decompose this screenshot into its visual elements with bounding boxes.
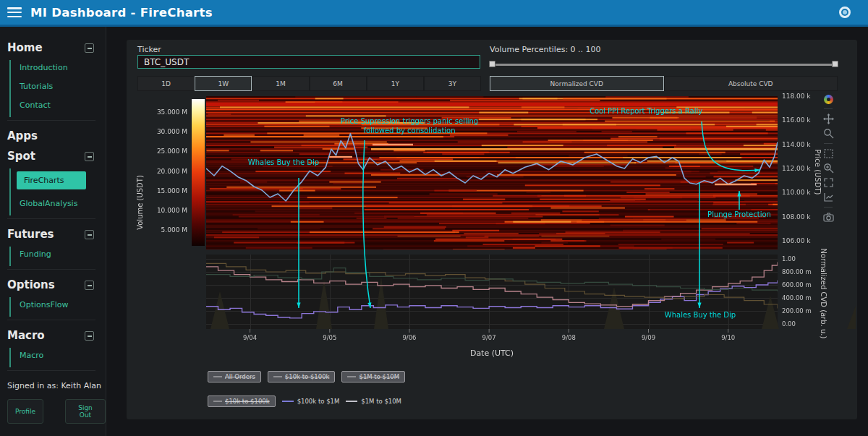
zoom-icon[interactable] <box>823 128 834 139</box>
slider-min-handle[interactable] <box>489 61 495 67</box>
legend-label: $100k to $1M <box>297 398 340 405</box>
legend-swatch-icon <box>346 401 357 402</box>
legend-label: All Orders <box>225 373 255 380</box>
reset-axes-icon[interactable] <box>823 192 834 202</box>
sidebar-item-optionsflow[interactable]: OptionsFlow <box>20 300 106 309</box>
plotly-modebar <box>820 95 836 223</box>
topbar: MI Dashboard - FireCharts <box>0 0 868 27</box>
cvd-mode-button-group: Normalized CVDAbsolute CVD <box>490 76 838 91</box>
sidebar-item-introduction[interactable]: Introduction <box>20 63 106 72</box>
ticker-label: Ticker <box>137 45 161 54</box>
sidebar-section-label: Apps <box>7 129 38 142</box>
timeframe-button-1d[interactable]: 1D <box>137 76 195 91</box>
legend-item--10k-to-100k[interactable]: $10k to $100k <box>208 396 276 407</box>
firecharts-plot[interactable] <box>132 93 856 367</box>
timeframe-button-group: 1D1W1M6M1Y3Y <box>137 76 481 91</box>
timeframe-button-1w[interactable]: 1W <box>195 76 252 91</box>
collapse-icon[interactable] <box>85 43 94 53</box>
collapse-icon[interactable] <box>85 281 94 290</box>
collapse-icon[interactable] <box>85 152 94 161</box>
slider-max-handle[interactable] <box>832 61 838 67</box>
sidebar-item-tutorials[interactable]: Tutorials <box>20 82 106 91</box>
legend-swatch-icon <box>213 401 222 402</box>
timeframe-button-1m[interactable]: 1M <box>252 76 309 91</box>
sidebar-item-funding[interactable]: Funding <box>20 249 106 259</box>
sidebar-section-label: Futures <box>7 228 54 241</box>
price-legend-row: All Orders$10k to $100k$1M to $10M <box>208 371 405 382</box>
legend-swatch-icon <box>213 376 222 377</box>
collapse-icon[interactable] <box>85 230 94 239</box>
sidebar-section-apps: Apps <box>7 129 106 142</box>
timeframe-button-3y[interactable]: 3Y <box>424 76 481 91</box>
box-select-icon[interactable] <box>823 148 834 159</box>
legend-label: $10k to $100k <box>285 373 330 380</box>
sidebar-section-label: Macro <box>7 329 45 342</box>
sidebar-item-contact[interactable]: Contact <box>20 101 106 110</box>
legend-swatch-icon <box>347 376 356 377</box>
main-panel: Ticker Volume Percentiles: 0 .. 100 1D1W… <box>127 40 857 419</box>
sidebar-divider <box>7 120 95 121</box>
app-root: MI Dashboard - FireCharts HomeIntroducti… <box>0 0 868 436</box>
sidebar-divider <box>7 370 95 371</box>
slider-track[interactable] <box>490 64 838 66</box>
legend-label: $1M to $10M <box>361 398 401 405</box>
legend-item--1m-to-10m[interactable]: $1M to $10M <box>341 371 405 382</box>
modebar-divider <box>824 143 833 144</box>
pan-icon[interactable] <box>823 114 834 124</box>
signed-in-text: Signed in as: Keith Alan <box>7 381 106 390</box>
autoscale-icon[interactable] <box>823 177 834 188</box>
sidebar-section-label: Home <box>7 41 43 54</box>
legend-item--10k-to-100k[interactable]: $10k to $100k <box>268 371 336 382</box>
timeframe-button-6m[interactable]: 6M <box>310 76 367 91</box>
sidebar-section-options[interactable]: Options <box>7 278 106 291</box>
sidebar-section-futures[interactable]: Futures <box>7 228 106 241</box>
legend-swatch-icon <box>273 376 282 377</box>
sidebar-item-macro[interactable]: Macro <box>20 351 106 360</box>
sidebar-section-spot[interactable]: Spot <box>7 150 106 163</box>
sidebar-divider <box>7 269 95 270</box>
legend-item-all-orders[interactable]: All Orders <box>208 371 261 382</box>
legend-item--100k-to-1m[interactable]: $100k to $1M <box>282 398 340 405</box>
modebar-divider <box>824 108 833 109</box>
sidebar-section-label: Spot <box>7 150 35 163</box>
modebar-divider <box>824 207 833 208</box>
legend-swatch-icon <box>282 401 294 402</box>
sidebar-item-firecharts[interactable]: FireCharts <box>17 171 86 189</box>
legend-item--1m-to-10m[interactable]: $1M to $10M <box>346 398 401 405</box>
timeframe-button-1y[interactable]: 1Y <box>367 76 424 91</box>
sidebar-section-label: Options <box>7 278 55 291</box>
hamburger-menu-icon[interactable] <box>7 7 22 17</box>
cvd-legend-row: $10k to $100k$100k to $1M$1M to $10M <box>208 396 401 407</box>
cvd-mode-button-normalized-cvd[interactable]: Normalized CVD <box>490 76 664 91</box>
volume-percentiles-label: Volume Percentiles: 0 .. 100 <box>490 45 601 54</box>
zoom-in-icon[interactable] <box>823 163 834 174</box>
camera-icon[interactable] <box>823 212 834 223</box>
cvd-mode-button-absolute-cvd[interactable]: Absolute CVD <box>664 76 838 91</box>
sidebar-item-globalanalysis[interactable]: GlobalAnalysis <box>20 199 106 208</box>
connection-status-icon[interactable] <box>839 7 851 18</box>
app-title: MI Dashboard - FireCharts <box>30 6 213 20</box>
legend-label: $1M to $10M <box>359 373 399 380</box>
sidebar-divider <box>7 218 95 219</box>
sidebar-divider <box>7 320 95 320</box>
sidebar-section-home[interactable]: Home <box>7 41 106 54</box>
sign-out-button[interactable]: Sign Out <box>65 399 106 424</box>
profile-button[interactable]: Profile <box>7 399 43 424</box>
collapse-icon[interactable] <box>85 331 94 341</box>
volume-percentiles-slider[interactable] <box>490 61 838 68</box>
legend-label: $10k to $100k <box>225 398 270 405</box>
plotly-logo-icon[interactable] <box>824 95 833 104</box>
sidebar-section-macro[interactable]: Macro <box>7 329 106 342</box>
ticker-input[interactable] <box>137 55 480 69</box>
sidebar: HomeIntroductionTutorialsContactAppsSpot… <box>0 27 106 436</box>
